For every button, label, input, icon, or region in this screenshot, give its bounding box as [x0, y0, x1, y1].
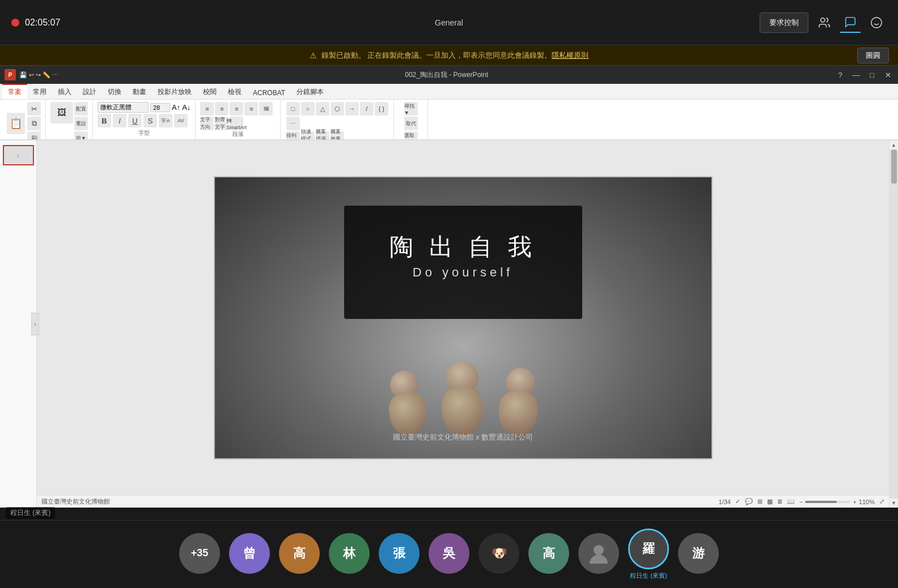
scroll-thumb[interactable] — [891, 150, 897, 184]
slide-thumb-1[interactable]: 1 — [3, 145, 34, 165]
zoom-in-btn[interactable]: + — [853, 498, 856, 505]
leave-button[interactable]: 圖圓 — [857, 48, 889, 63]
ribbon-group-editing: 尋找▼ 取代 選取▼ 編輯 — [394, 100, 428, 139]
ribbon-content: 📋 ✂ ⧉ 刷 剪貼簿 🖼 配置 重設 — [0, 100, 898, 140]
participant-zeng[interactable]: 曾 — [229, 533, 270, 576]
participant-you[interactable]: 游 — [678, 533, 719, 576]
tab-animations[interactable]: 切換 — [102, 84, 127, 99]
underline-btn[interactable]: U — [128, 114, 142, 127]
scroll-down-btn[interactable]: ▼ — [889, 498, 898, 508]
strikethrough-btn[interactable]: S — [143, 114, 157, 127]
col-btn[interactable]: 欄 — [259, 102, 273, 116]
font-decrease-btn[interactable]: A↓ — [182, 103, 190, 112]
ppt-title-right: ? — □ ✕ — [835, 71, 893, 79]
italic-btn[interactable]: I — [113, 114, 126, 127]
shadow-btn[interactable]: 字A — [159, 114, 172, 127]
chat-icon[interactable] — [840, 12, 861, 33]
figure-center — [442, 361, 482, 436]
ppt-minimize-btn[interactable]: — — [850, 71, 862, 79]
smartart-btn[interactable]: 轉SmartArt — [230, 117, 243, 130]
paragraph-label: 段落 — [232, 130, 244, 138]
format-btn[interactable]: 刷 — [27, 131, 41, 140]
layout-btn[interactable]: 配置 — [74, 102, 88, 116]
paste-btn[interactable]: 📋 — [7, 113, 25, 134]
find-btn[interactable]: 尋找▼ — [404, 102, 418, 116]
tab-storyboard[interactable]: 分鏡腳本 — [291, 84, 329, 99]
top-bar-right: 要求控制 — [760, 12, 887, 33]
tab-view[interactable]: 校閱 — [197, 84, 222, 99]
status-museum: 國立臺灣史前文化博物館 — [41, 497, 110, 506]
align-right-btn[interactable]: ≡ — [230, 102, 243, 116]
participant-wu[interactable]: 吳 — [429, 533, 469, 576]
request-control-button[interactable]: 要求控制 — [760, 12, 808, 33]
warning-bar: ⚠ 錄製已啟動。 正在錄製此會議。一旦加入，即表示您同意此會議錄製。隱私權原則 … — [0, 45, 898, 66]
font-increase-btn[interactable]: A↑ — [172, 103, 180, 112]
shape3[interactable]: △ — [316, 102, 329, 116]
fill-btn[interactable]: 快速樣式▼ — [301, 131, 315, 140]
tab-review[interactable]: 投影片放映 — [152, 84, 197, 99]
avatar-luo-inner: 羅 — [630, 530, 667, 568]
justify-btn[interactable]: ≡ — [244, 102, 258, 116]
warning-icon: ⚠ — [310, 51, 317, 60]
participant-luo[interactable]: 羅 程日生 (來賓) — [628, 529, 669, 580]
tab-acrobat[interactable]: 檢視 — [222, 84, 247, 99]
privacy-link[interactable]: 隱私權原則 — [552, 51, 588, 59]
emoji-icon[interactable] — [866, 12, 887, 33]
select-btn[interactable]: 選取▼ — [404, 131, 418, 140]
view-normal[interactable]: ⊞ — [757, 498, 763, 505]
participant-gao2[interactable]: 高 — [528, 533, 569, 576]
section-btn[interactable]: 節▼ — [74, 131, 88, 140]
shape4[interactable]: ⬡ — [331, 102, 344, 116]
bold-btn[interactable]: B — [98, 114, 111, 127]
tab-transitions[interactable]: 設計 — [77, 84, 102, 99]
slide-main: 陶 出 自 我 Do yourself — [37, 140, 889, 508]
tab-home[interactable]: 常案 — [2, 84, 27, 99]
text-dir-btn[interactable]: 文字方向 — [200, 117, 214, 130]
shape6[interactable]: / — [360, 102, 374, 116]
zoom-slider[interactable] — [805, 501, 850, 503]
view-slide[interactable]: ▦ — [767, 498, 773, 505]
char-spacing-btn[interactable]: AV — [174, 114, 188, 127]
shape2[interactable]: ○ — [301, 102, 315, 116]
zoom-out-btn[interactable]: − — [799, 498, 803, 505]
ppt-help-btn[interactable]: ? — [835, 71, 846, 79]
font-selector[interactable]: 微軟正黑體 — [98, 102, 149, 113]
replace-btn[interactable]: 取代 — [404, 117, 418, 130]
new-slide-btn[interactable]: 🖼 — [50, 102, 73, 123]
participant-more[interactable]: +35 — [179, 533, 220, 576]
fit-btn[interactable]: ⤢ — [879, 498, 884, 505]
shape5[interactable]: → — [345, 102, 359, 116]
scroll-up-btn[interactable]: ▲ — [889, 140, 898, 150]
outline-btn[interactable]: 圖案填滿▼ — [316, 131, 329, 140]
participant-zhang[interactable]: 張 — [379, 533, 420, 576]
view-reading[interactable]: 📖 — [787, 498, 795, 505]
participant-lin[interactable]: 林 — [329, 533, 370, 576]
copy-btn[interactable]: ⧉ — [27, 117, 41, 130]
shape8[interactable]: ⋯ — [286, 117, 300, 130]
tab-insert[interactable]: 常用 — [27, 84, 52, 99]
reset-btn[interactable]: 重設 — [74, 117, 88, 130]
shape1[interactable]: □ — [286, 102, 300, 116]
ppt-maximize-btn[interactable]: □ — [866, 71, 878, 79]
timer-display: 02:05:07 — [25, 18, 60, 28]
font-label: 字型 — [138, 129, 150, 137]
panel-toggle-arrow[interactable]: › — [31, 313, 39, 335]
participant-person[interactable] — [578, 533, 619, 576]
slide-title-zh: 陶 出 自 我 — [389, 231, 536, 263]
slide-title-en: Do yourself — [413, 265, 513, 280]
participant-gao[interactable]: 高 — [279, 533, 320, 576]
tab-acrobat2[interactable]: ACROBAT — [247, 86, 291, 99]
cut-btn[interactable]: ✂ — [27, 102, 41, 116]
arrange-btn[interactable]: 排列▼ — [286, 131, 300, 140]
ppt-close-btn[interactable]: ✕ — [882, 71, 893, 79]
view-outline[interactable]: ≣ — [777, 498, 782, 505]
align-left-btn[interactable]: ≡ — [200, 102, 214, 116]
align-center-btn[interactable]: ≡ — [215, 102, 228, 116]
participants-icon[interactable] — [814, 12, 835, 33]
shape7[interactable]: { } — [375, 102, 388, 116]
font-size-selector[interactable]: 28 — [150, 103, 170, 112]
tab-design[interactable]: 插入 — [52, 84, 77, 99]
tab-slideshow[interactable]: 動畫 — [127, 84, 152, 99]
effect-btn[interactable]: 圖案效果▼ — [331, 131, 344, 140]
participant-emoji[interactable]: 🐶 — [478, 533, 519, 576]
